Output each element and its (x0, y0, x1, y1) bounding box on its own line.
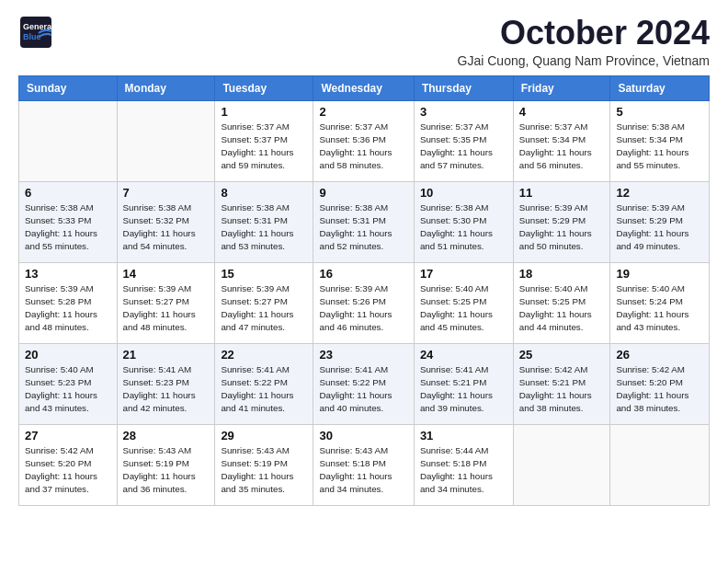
calendar-cell: 14Sunrise: 5:39 AM Sunset: 5:27 PM Dayli… (117, 262, 215, 343)
day-number: 15 (221, 267, 307, 281)
day-number: 13 (25, 267, 111, 281)
day-info: Sunrise: 5:40 AM Sunset: 5:25 PM Dayligh… (519, 282, 605, 335)
day-info: Sunrise: 5:38 AM Sunset: 5:32 PM Dayligh… (123, 201, 210, 254)
calendar-cell (117, 100, 215, 181)
calendar-cell: 29Sunrise: 5:43 AM Sunset: 5:19 PM Dayli… (215, 424, 313, 505)
calendar-table: SundayMondayTuesdayWednesdayThursdayFrid… (18, 75, 710, 506)
calendar-cell: 19Sunrise: 5:40 AM Sunset: 5:24 PM Dayli… (610, 262, 710, 343)
day-info: Sunrise: 5:38 AM Sunset: 5:31 PM Dayligh… (319, 201, 407, 254)
location-subtitle: GJai Cuong, Quang Nam Province, Vietnam (458, 53, 710, 68)
day-number: 19 (616, 267, 703, 281)
day-info: Sunrise: 5:42 AM Sunset: 5:20 PM Dayligh… (616, 363, 703, 416)
day-number: 1 (221, 105, 307, 119)
calendar-cell: 16Sunrise: 5:39 AM Sunset: 5:26 PM Dayli… (313, 262, 414, 343)
day-number: 3 (420, 105, 507, 119)
calendar-header-friday: Friday (513, 75, 610, 100)
calendar-cell: 30Sunrise: 5:43 AM Sunset: 5:18 PM Dayli… (313, 424, 414, 505)
calendar-cell: 11Sunrise: 5:39 AM Sunset: 5:29 PM Dayli… (513, 181, 610, 262)
day-info: Sunrise: 5:39 AM Sunset: 5:27 PM Dayligh… (221, 282, 307, 335)
day-number: 22 (221, 348, 307, 362)
calendar-cell (19, 100, 118, 181)
day-info: Sunrise: 5:42 AM Sunset: 5:21 PM Dayligh… (519, 363, 605, 416)
calendar-cell: 10Sunrise: 5:38 AM Sunset: 5:30 PM Dayli… (414, 181, 513, 262)
calendar-cell: 9Sunrise: 5:38 AM Sunset: 5:31 PM Daylig… (313, 181, 414, 262)
day-info: Sunrise: 5:40 AM Sunset: 5:24 PM Dayligh… (616, 282, 703, 335)
day-info: Sunrise: 5:42 AM Sunset: 5:20 PM Dayligh… (25, 444, 111, 497)
day-info: Sunrise: 5:38 AM Sunset: 5:30 PM Dayligh… (420, 201, 507, 254)
day-info: Sunrise: 5:43 AM Sunset: 5:19 PM Dayligh… (123, 444, 210, 497)
logo: General Blue (18, 15, 53, 50)
day-number: 12 (616, 186, 703, 200)
day-info: Sunrise: 5:43 AM Sunset: 5:18 PM Dayligh… (319, 444, 407, 497)
day-info: Sunrise: 5:39 AM Sunset: 5:29 PM Dayligh… (519, 201, 605, 254)
day-number: 18 (519, 267, 605, 281)
day-number: 28 (123, 429, 210, 442)
day-number: 24 (420, 348, 507, 362)
calendar-cell: 20Sunrise: 5:40 AM Sunset: 5:23 PM Dayli… (19, 343, 118, 424)
calendar-week-row-1: 1Sunrise: 5:37 AM Sunset: 5:37 PM Daylig… (19, 100, 710, 181)
calendar-cell (610, 424, 710, 505)
calendar-cell: 1Sunrise: 5:37 AM Sunset: 5:37 PM Daylig… (215, 100, 313, 181)
day-info: Sunrise: 5:39 AM Sunset: 5:28 PM Dayligh… (25, 282, 111, 335)
calendar-header-thursday: Thursday (414, 75, 513, 100)
calendar-cell: 4Sunrise: 5:37 AM Sunset: 5:34 PM Daylig… (513, 100, 610, 181)
day-number: 4 (519, 105, 605, 119)
calendar-cell: 7Sunrise: 5:38 AM Sunset: 5:32 PM Daylig… (117, 181, 215, 262)
calendar-cell: 17Sunrise: 5:40 AM Sunset: 5:25 PM Dayli… (414, 262, 513, 343)
calendar-cell: 15Sunrise: 5:39 AM Sunset: 5:27 PM Dayli… (215, 262, 313, 343)
day-info: Sunrise: 5:39 AM Sunset: 5:27 PM Dayligh… (123, 282, 210, 335)
day-number: 29 (221, 429, 307, 442)
day-info: Sunrise: 5:39 AM Sunset: 5:26 PM Dayligh… (319, 282, 407, 335)
day-info: Sunrise: 5:41 AM Sunset: 5:21 PM Dayligh… (420, 363, 507, 416)
calendar-cell: 2Sunrise: 5:37 AM Sunset: 5:36 PM Daylig… (313, 100, 414, 181)
day-info: Sunrise: 5:37 AM Sunset: 5:35 PM Dayligh… (420, 121, 507, 173)
svg-text:Blue: Blue (23, 32, 41, 41)
day-number: 14 (123, 267, 210, 281)
calendar-cell: 8Sunrise: 5:38 AM Sunset: 5:31 PM Daylig… (215, 181, 313, 262)
calendar-week-row-3: 13Sunrise: 5:39 AM Sunset: 5:28 PM Dayli… (19, 262, 710, 343)
calendar-cell: 13Sunrise: 5:39 AM Sunset: 5:28 PM Dayli… (19, 262, 118, 343)
calendar-week-row-5: 27Sunrise: 5:42 AM Sunset: 5:20 PM Dayli… (19, 424, 710, 505)
calendar-cell (513, 424, 610, 505)
day-number: 27 (25, 429, 111, 442)
day-info: Sunrise: 5:38 AM Sunset: 5:33 PM Dayligh… (25, 201, 111, 254)
calendar-cell: 3Sunrise: 5:37 AM Sunset: 5:35 PM Daylig… (414, 100, 513, 181)
calendar-cell: 31Sunrise: 5:44 AM Sunset: 5:18 PM Dayli… (414, 424, 513, 505)
calendar-header-saturday: Saturday (610, 75, 710, 100)
day-number: 17 (420, 267, 507, 281)
calendar-cell: 28Sunrise: 5:43 AM Sunset: 5:19 PM Dayli… (117, 424, 215, 505)
day-number: 10 (420, 186, 507, 200)
day-number: 9 (319, 186, 407, 200)
calendar-cell: 26Sunrise: 5:42 AM Sunset: 5:20 PM Dayli… (610, 343, 710, 424)
day-info: Sunrise: 5:40 AM Sunset: 5:23 PM Dayligh… (25, 363, 111, 416)
day-number: 11 (519, 186, 605, 200)
day-info: Sunrise: 5:37 AM Sunset: 5:34 PM Dayligh… (519, 121, 605, 173)
title-section: October 2024 GJai Cuong, Quang Nam Provi… (458, 15, 710, 68)
day-number: 6 (25, 186, 111, 200)
day-number: 30 (319, 429, 407, 442)
day-info: Sunrise: 5:44 AM Sunset: 5:18 PM Dayligh… (420, 444, 507, 497)
calendar-cell: 24Sunrise: 5:41 AM Sunset: 5:21 PM Dayli… (414, 343, 513, 424)
calendar-week-row-4: 20Sunrise: 5:40 AM Sunset: 5:23 PM Dayli… (19, 343, 710, 424)
day-info: Sunrise: 5:40 AM Sunset: 5:25 PM Dayligh… (420, 282, 507, 335)
day-number: 16 (319, 267, 407, 281)
month-title: October 2024 (458, 15, 710, 52)
day-number: 23 (319, 348, 407, 362)
calendar-cell: 18Sunrise: 5:40 AM Sunset: 5:25 PM Dayli… (513, 262, 610, 343)
calendar-header-tuesday: Tuesday (215, 75, 313, 100)
day-number: 26 (616, 348, 703, 362)
day-info: Sunrise: 5:41 AM Sunset: 5:22 PM Dayligh… (221, 363, 307, 416)
day-info: Sunrise: 5:41 AM Sunset: 5:23 PM Dayligh… (123, 363, 210, 416)
day-info: Sunrise: 5:38 AM Sunset: 5:34 PM Dayligh… (616, 121, 703, 173)
calendar-week-row-2: 6Sunrise: 5:38 AM Sunset: 5:33 PM Daylig… (19, 181, 710, 262)
calendar-header-row: SundayMondayTuesdayWednesdayThursdayFrid… (19, 75, 710, 100)
day-info: Sunrise: 5:37 AM Sunset: 5:36 PM Dayligh… (319, 121, 407, 173)
calendar-header-monday: Monday (117, 75, 215, 100)
calendar-cell: 5Sunrise: 5:38 AM Sunset: 5:34 PM Daylig… (610, 100, 710, 181)
page: General Blue October 2024 GJai Cuong, Qu… (0, 0, 728, 521)
day-info: Sunrise: 5:37 AM Sunset: 5:37 PM Dayligh… (221, 121, 307, 173)
day-number: 21 (123, 348, 210, 362)
day-number: 20 (25, 348, 111, 362)
day-number: 8 (221, 186, 307, 200)
day-info: Sunrise: 5:39 AM Sunset: 5:29 PM Dayligh… (616, 201, 703, 254)
